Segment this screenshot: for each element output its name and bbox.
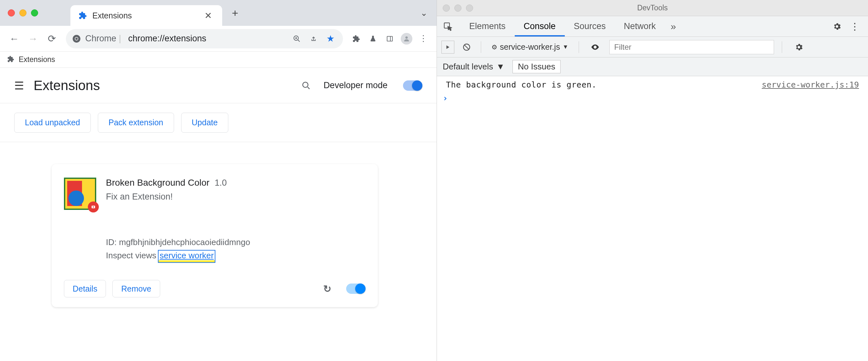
minimize-window-dot[interactable] bbox=[20, 9, 27, 17]
console-prompt[interactable]: › bbox=[437, 91, 868, 105]
error-badge-icon bbox=[88, 202, 99, 212]
bookmark-label: Extensions bbox=[19, 55, 55, 64]
chrome-window: Extensions ✕ + ⌄ ← → ⟳ Chrome| chrome://… bbox=[0, 0, 437, 361]
extension-card: Broken Background Color 1.0 Fix an Exten… bbox=[52, 164, 378, 307]
devtools-title: DevTools bbox=[637, 4, 668, 12]
close-window-dot[interactable] bbox=[443, 4, 450, 11]
toggle-sidebar-icon[interactable] bbox=[441, 41, 454, 54]
console-log-source-link[interactable]: service-worker.js:19 bbox=[762, 80, 859, 89]
svg-line-16 bbox=[465, 45, 469, 49]
svg-point-13 bbox=[93, 206, 94, 208]
tab-elements[interactable]: Elements bbox=[460, 16, 515, 36]
developer-mode-label: Developer mode bbox=[323, 81, 388, 90]
browser-tab[interactable]: Extensions ✕ bbox=[70, 5, 222, 26]
pack-extension-button[interactable]: Pack extension bbox=[98, 113, 174, 133]
close-tab-icon[interactable]: ✕ bbox=[202, 10, 214, 21]
devtools-tabbar: Elements Console Sources Network » ⋮ bbox=[437, 16, 868, 37]
svg-line-4 bbox=[298, 40, 300, 42]
side-panel-icon[interactable] bbox=[383, 33, 396, 45]
console-settings-gear-icon[interactable] bbox=[790, 42, 808, 52]
details-button[interactable]: Details bbox=[64, 280, 106, 297]
console-toolbar-2: Default levels ▼ No Issues bbox=[437, 58, 868, 76]
puzzle-icon bbox=[7, 56, 16, 64]
extension-name: Broken Background Color bbox=[106, 178, 210, 188]
extension-puzzle-icon bbox=[78, 11, 87, 20]
inspect-views-row: Inspect views service worker bbox=[106, 250, 366, 261]
chrome-menu-icon[interactable]: ⋮ bbox=[417, 33, 430, 45]
bookmark-bar: Extensions bbox=[0, 52, 437, 68]
devtools-menu-icon[interactable]: ⋮ bbox=[846, 21, 864, 32]
devtools-window: DevTools Elements Console Sources Networ… bbox=[437, 0, 868, 361]
live-expression-eye-icon[interactable] bbox=[587, 42, 603, 52]
developer-mode-toggle[interactable] bbox=[403, 81, 423, 91]
bookmark-star-icon[interactable]: ★ bbox=[324, 33, 337, 45]
url-text: chrome://extensions bbox=[128, 34, 206, 43]
forward-button[interactable]: → bbox=[26, 32, 40, 46]
extension-enable-toggle[interactable] bbox=[346, 283, 366, 294]
share-icon[interactable] bbox=[307, 33, 320, 45]
extensions-header: ☰ Extensions Developer mode bbox=[0, 68, 437, 103]
clear-console-icon[interactable] bbox=[460, 41, 473, 54]
profile-avatar[interactable] bbox=[400, 33, 413, 45]
close-window-dot[interactable] bbox=[8, 9, 15, 17]
page-title: Extensions bbox=[34, 78, 292, 93]
update-button[interactable]: Update bbox=[181, 113, 228, 133]
extension-id-value: mgfbhjnibhjdehcphiocaoiediidmngo bbox=[119, 237, 250, 247]
developer-actions-row: Load unpacked Pack extension Update bbox=[0, 103, 437, 142]
load-unpacked-button[interactable]: Load unpacked bbox=[14, 113, 91, 133]
extensions-page: ☰ Extensions Developer mode Load unpacke… bbox=[0, 68, 437, 361]
issues-button[interactable]: No Issues bbox=[513, 60, 561, 73]
zoom-icon[interactable] bbox=[290, 33, 303, 45]
labs-flask-icon[interactable] bbox=[367, 33, 379, 45]
reload-extension-icon[interactable]: ↻ bbox=[323, 283, 331, 295]
svg-rect-7 bbox=[387, 36, 393, 41]
devtools-titlebar: DevTools bbox=[437, 0, 868, 16]
address-bar[interactable]: Chrome| chrome://extensions ★ bbox=[66, 29, 343, 49]
console-output: The background color is green. service-w… bbox=[437, 76, 868, 361]
search-icon[interactable] bbox=[302, 81, 311, 90]
remove-button[interactable]: Remove bbox=[113, 280, 160, 297]
reload-button[interactable]: ⟳ bbox=[44, 32, 59, 46]
more-tabs-icon[interactable]: » bbox=[665, 21, 682, 32]
window-traffic-lights bbox=[8, 9, 38, 17]
tabs-dropdown-icon[interactable]: ⌄ bbox=[416, 4, 431, 22]
gear-icon: ⚙ bbox=[492, 43, 497, 51]
svg-point-2 bbox=[75, 37, 78, 40]
filter-input[interactable] bbox=[609, 40, 774, 54]
service-worker-link[interactable]: service worker bbox=[159, 250, 215, 262]
console-toolbar: ⚙ service-worker.js ▼ bbox=[437, 37, 868, 58]
tab-title: Extensions bbox=[92, 11, 197, 20]
extension-icon bbox=[64, 178, 96, 210]
extension-description: Fix an Extension! bbox=[106, 192, 366, 202]
zoom-window-dot[interactable] bbox=[466, 4, 473, 11]
extension-name-row: Broken Background Color 1.0 bbox=[106, 178, 366, 188]
extension-version: 1.0 bbox=[215, 178, 227, 188]
svg-point-10 bbox=[303, 82, 308, 87]
chevron-down-icon: ▼ bbox=[496, 62, 505, 72]
chrome-logo-icon bbox=[72, 35, 81, 43]
tab-sources[interactable]: Sources bbox=[565, 16, 615, 36]
devtools-traffic-lights bbox=[443, 4, 473, 11]
settings-gear-icon[interactable] bbox=[828, 22, 846, 31]
svg-point-9 bbox=[405, 36, 407, 38]
url-scheme: Chrome| bbox=[85, 34, 124, 43]
extension-id-row: ID: mgfbhjnibhjdehcphiocaoiediidmngo bbox=[106, 237, 366, 247]
zoom-window-dot[interactable] bbox=[31, 9, 38, 17]
svg-line-11 bbox=[308, 87, 310, 89]
tabstrip: Extensions ✕ + ⌄ bbox=[0, 0, 437, 26]
back-button[interactable]: ← bbox=[7, 32, 21, 46]
console-log-message: The background color is green. bbox=[446, 80, 762, 89]
tab-console[interactable]: Console bbox=[515, 16, 565, 36]
extensions-puzzle-icon[interactable] bbox=[350, 33, 362, 45]
extension-list: Broken Background Color 1.0 Fix an Exten… bbox=[0, 142, 437, 329]
browser-toolbar: ← → ⟳ Chrome| chrome://extensions ★ bbox=[0, 26, 437, 52]
log-levels-dropdown[interactable]: Default levels ▼ bbox=[443, 62, 505, 72]
inspect-element-icon[interactable] bbox=[441, 20, 454, 33]
bookmark-extensions[interactable]: Extensions bbox=[7, 55, 55, 64]
minimize-window-dot[interactable] bbox=[454, 4, 461, 11]
hamburger-menu-icon[interactable]: ☰ bbox=[14, 79, 24, 92]
new-tab-button[interactable]: + bbox=[228, 4, 242, 22]
tab-network[interactable]: Network bbox=[615, 16, 665, 36]
console-log-row: The background color is green. service-w… bbox=[437, 78, 868, 91]
execution-context-selector[interactable]: ⚙ service-worker.js ▼ bbox=[489, 42, 571, 52]
